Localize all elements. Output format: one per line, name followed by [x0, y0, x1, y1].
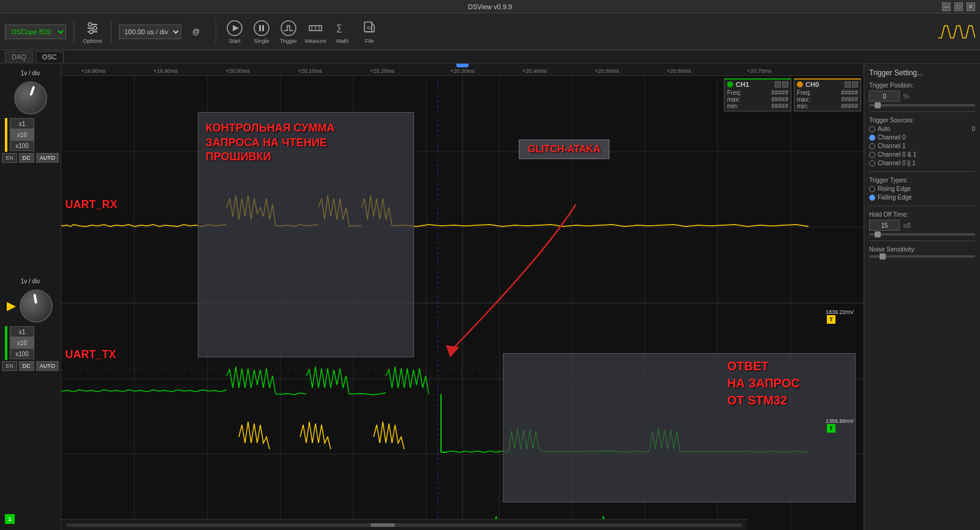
- tick-10: +20.70ms: [747, 68, 772, 74]
- trigger-ch-pair-row: Channel 0 & 1: [869, 151, 975, 160]
- ch1-dc-btn[interactable]: DC: [19, 153, 34, 163]
- math-button[interactable]: ∑ Math: [331, 20, 353, 44]
- ch0-voltage-value: 1356.86mV: [826, 418, 854, 424]
- ch0-info-settings[interactable]: [852, 81, 858, 88]
- ch1-scale-label: 1v / div: [21, 70, 40, 77]
- measure-label: Measure: [304, 38, 326, 44]
- osc-tab[interactable]: OSC: [36, 51, 64, 62]
- ch0-auto-btn[interactable]: AUTO: [36, 361, 59, 371]
- ch0-info-name: CH0: [805, 81, 819, 88]
- ch0-dot: [797, 81, 803, 88]
- trigger-auto-row[interactable]: Auto 0: [869, 125, 975, 132]
- window-controls: — □ ✕: [942, 2, 975, 11]
- toolbar-sep-1: [74, 20, 74, 44]
- channel-info-boxes: CH1 Freq: ##### max: #####: [724, 78, 861, 111]
- ch1-knob[interactable]: [12, 80, 49, 116]
- ch1-min-row: min: #####: [727, 103, 788, 110]
- trigger-position-input[interactable]: [869, 91, 900, 102]
- svg-marker-43: [446, 345, 459, 357]
- single-button[interactable]: Single: [251, 20, 273, 44]
- trigger-settings-panel: Trigger Setting... Trigger Position: % T…: [864, 64, 980, 530]
- file-button[interactable]: File: [358, 20, 380, 44]
- ch0-en-btn[interactable]: EN: [2, 361, 17, 371]
- holdoff-slider[interactable]: [869, 233, 975, 236]
- time-div-select[interactable]: 100.00 us / div: [119, 24, 181, 39]
- timeline-ruler: +19.80ms +19.90ms +20.00ms +20.10ms +20.…: [61, 64, 864, 76]
- trigger-auto-radio[interactable]: [869, 126, 875, 132]
- ch1-info-settings[interactable]: [782, 81, 788, 88]
- dac-tab[interactable]: DAQ: [5, 51, 33, 62]
- ch1-x100-btn[interactable]: x100: [10, 140, 34, 151]
- trigger-ch011-radio[interactable]: [869, 160, 875, 166]
- ch0-knob[interactable]: [18, 288, 55, 324]
- trigger-position-slider[interactable]: [869, 104, 975, 106]
- trigger-rising-row[interactable]: Rising Edge: [869, 185, 975, 192]
- timeline-cursor[interactable]: [456, 64, 469, 67]
- measure-button[interactable]: Measure: [304, 20, 326, 44]
- tick-8: +20.50ms: [595, 68, 619, 74]
- sep-1: [869, 111, 975, 112]
- close-button[interactable]: ✕: [967, 2, 975, 11]
- ch0-x10-btn[interactable]: x10: [10, 337, 34, 348]
- waveform-canvas: КОНТРОЛЬНАЯ СУММАЗАПРОСА НА ЧТЕНИЕПРОШИВ…: [61, 76, 864, 530]
- ch1-info-close[interactable]: [775, 81, 781, 88]
- uart-tx-label: UART_TX: [66, 348, 116, 361]
- trigger-ch1-radio[interactable]: [869, 143, 875, 149]
- trigger-ch0-row[interactable]: Channel 0: [869, 134, 975, 141]
- options-button[interactable]: Options: [81, 20, 104, 44]
- trigger-button[interactable]: Trigger: [277, 20, 300, 44]
- ch1-en-btn[interactable]: EN: [2, 153, 17, 163]
- ch0-info-close[interactable]: [845, 81, 851, 88]
- trigger-ch1-row[interactable]: Channel 1: [869, 143, 975, 149]
- ch0-info-box: CH0 Freq: ##### max: #####: [794, 78, 861, 111]
- ch-select-icon: @: [189, 23, 206, 40]
- options-label: Options: [83, 38, 102, 44]
- glitch-attack-label: GLITCH-ATAKA: [519, 140, 610, 159]
- horizontal-scrollbar[interactable]: [66, 523, 742, 527]
- ch1-controls: 1v / div x1 x10 x100 EN DC AUTO: [0, 70, 61, 163]
- trigger-falling-row[interactable]: Falling Edge: [869, 194, 975, 201]
- trigger-rising-radio[interactable]: [869, 186, 875, 192]
- ch-select-button[interactable]: @: [186, 23, 208, 40]
- trigger-ch011-row[interactable]: Channel 0 || 1: [869, 160, 975, 166]
- svg-point-12: [281, 21, 296, 35]
- maximize-button[interactable]: □: [954, 2, 963, 11]
- ch1-max-val: #####: [771, 96, 788, 103]
- options-icon: [84, 20, 101, 37]
- holdoff-thumb: [875, 231, 881, 237]
- trigger-position-unit: %: [903, 93, 909, 100]
- ch1-x1-btn[interactable]: x1: [10, 118, 34, 129]
- holdoff-input[interactable]: [869, 220, 900, 231]
- trigger-ch0-radio[interactable]: [869, 135, 875, 141]
- ch1-voltage-value: 1839.22mV: [826, 309, 854, 315]
- ch1-max-row: max: #####: [727, 96, 788, 103]
- annotation-answer-box: [503, 353, 856, 503]
- ch0-scale-label: 1v / div: [21, 278, 40, 285]
- trigger-ch0-label: Channel 0: [878, 134, 906, 141]
- device-select[interactable]: DSCope B20: [5, 24, 66, 39]
- ch1-scale-buttons: x1 x10 x100: [5, 118, 56, 151]
- trigger-rising-label: Rising Edge: [878, 185, 911, 192]
- ch0-coupling: EN DC AUTO: [2, 361, 58, 371]
- trigger-falling-label: Falling Edge: [878, 194, 912, 201]
- noise-slider[interactable]: [869, 255, 975, 258]
- start-button[interactable]: Start: [224, 20, 246, 44]
- minimize-button[interactable]: —: [942, 2, 951, 11]
- oscilloscope-display[interactable]: +19.80ms +19.90ms +20.00ms +20.10ms +20.…: [61, 64, 864, 530]
- scroll-thumb[interactable]: [371, 523, 395, 527]
- holdoff-unit: uS: [903, 222, 911, 229]
- ch0-x100-btn[interactable]: x100: [10, 348, 34, 359]
- ch1-x10-btn[interactable]: x10: [10, 129, 34, 140]
- trigger-ch01-radio[interactable]: [869, 152, 875, 158]
- trigger-falling-radio[interactable]: [869, 195, 875, 201]
- ch0-x1-btn[interactable]: x1: [10, 326, 34, 337]
- svg-text:∑: ∑: [336, 23, 342, 32]
- holdoff-label: Hold Off Time:: [869, 211, 975, 218]
- tick-9: +20.60ms: [667, 68, 692, 74]
- tick-3: +20.00ms: [225, 68, 250, 74]
- ch1-auto-btn[interactable]: AUTO: [36, 153, 59, 163]
- sep-3: [869, 206, 975, 206]
- ch0-dc-btn[interactable]: DC: [19, 361, 34, 371]
- ch1-freq-row: Freq: #####: [727, 89, 788, 96]
- svg-rect-10: [259, 25, 261, 31]
